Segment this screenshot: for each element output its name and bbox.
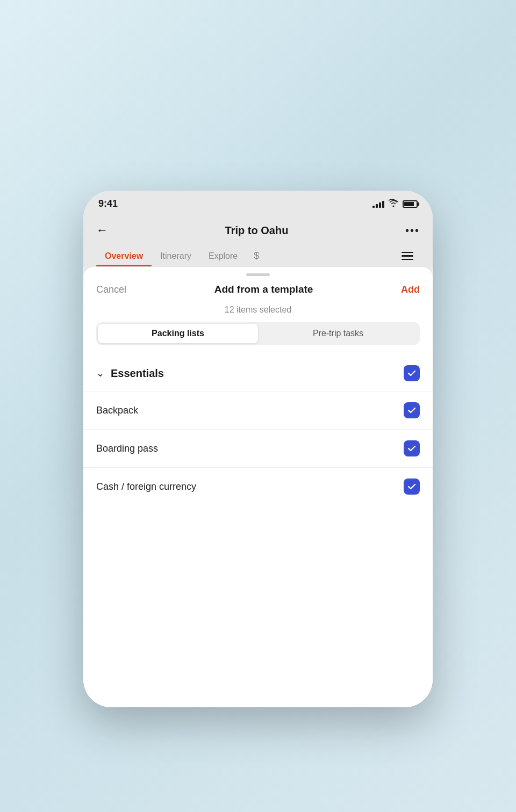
section-title: Essentials [111, 367, 164, 380]
hamburger-icon [402, 252, 413, 260]
status-icons [372, 199, 418, 208]
wifi-icon [389, 199, 398, 208]
signal-icon [372, 200, 384, 208]
more-button[interactable]: ••• [405, 224, 420, 237]
list-item-label: Boarding pass [96, 443, 158, 454]
section-checkbox[interactable] [404, 365, 420, 381]
battery-icon [403, 200, 418, 208]
tab-menu-icon[interactable] [395, 248, 420, 266]
page-title: Trip to Oahu [225, 224, 289, 237]
sheet-header: Cancel Add from a template Add [83, 276, 433, 301]
item-checkbox-cash[interactable] [404, 479, 420, 495]
phone-frame: 9:41 ← Trip to [83, 191, 433, 707]
add-button[interactable]: Add [401, 284, 420, 295]
item-checkbox-backpack[interactable] [404, 402, 420, 418]
tab-explore[interactable]: Explore [200, 247, 246, 266]
cancel-button[interactable]: Cancel [96, 284, 126, 295]
tab-bar: Overview Itinerary Explore $ [96, 243, 420, 267]
list-item[interactable]: Cash / foreign currency [83, 467, 433, 505]
back-button[interactable]: ← [96, 223, 108, 237]
list-item[interactable]: Boarding pass [83, 429, 433, 467]
app-header: ← Trip to Oahu ••• Overview Itinerary Ex… [83, 214, 433, 267]
bottom-sheet: Cancel Add from a template Add 12 items … [83, 267, 433, 707]
list-item-label: Cash / foreign currency [96, 481, 196, 492]
nav-bar: ← Trip to Oahu ••• [96, 218, 420, 243]
status-time: 9:41 [98, 198, 118, 209]
tab-dollar[interactable]: $ [246, 246, 267, 267]
list-item-label: Backpack [96, 405, 138, 416]
item-checkbox-boarding[interactable] [404, 440, 420, 456]
chevron-down-icon: ⌄ [96, 367, 104, 379]
items-selected-label: 12 items selected [83, 301, 433, 322]
tab-overview[interactable]: Overview [96, 247, 152, 266]
sheet-title: Add from a template [214, 284, 313, 295]
segment-pretrip[interactable]: Pre-trip tasks [258, 324, 418, 343]
status-bar: 9:41 [83, 191, 433, 214]
list-item[interactable]: Backpack [83, 391, 433, 429]
segment-control: Packing lists Pre-trip tasks [96, 322, 420, 345]
section-essentials-header[interactable]: ⌄ Essentials [83, 356, 433, 391]
segment-packing[interactable]: Packing lists [98, 324, 258, 343]
tab-itinerary[interactable]: Itinerary [152, 247, 200, 266]
sheet-handle [83, 267, 433, 276]
